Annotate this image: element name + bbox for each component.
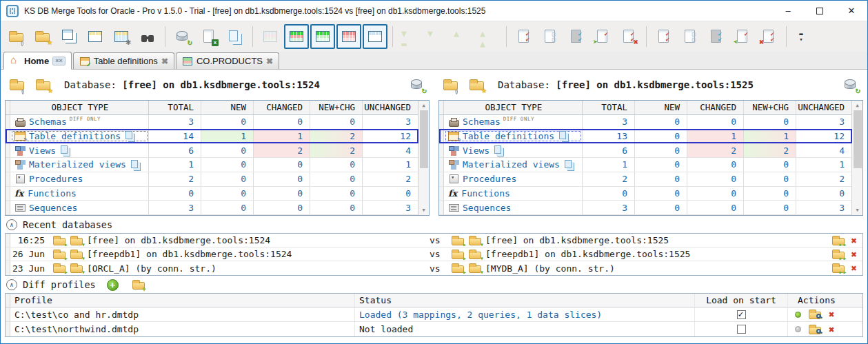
- scripts-icon[interactable]: [125, 131, 134, 141]
- table-list-button[interactable]: [57, 24, 81, 49]
- recent-database-row[interactable]: 16:25▸▾[free] on db1.ksdbmerge.tools:152…: [6, 234, 862, 247]
- remove-profile-icon[interactable]: ✖: [829, 325, 834, 334]
- check-filtered-left-button[interactable]: ✔ ✔: [564, 24, 589, 49]
- scroll-thumb[interactable]: [420, 110, 428, 168]
- close-tab-icon[interactable]: ✖: [161, 57, 168, 66]
- open-right-database-new-window-icon[interactable]: ▾: [467, 248, 483, 261]
- remove-recent-icon[interactable]: ✖: [851, 250, 857, 259]
- maximize-button[interactable]: [804, 1, 836, 21]
- remove-profile-icon[interactable]: ✖: [829, 310, 834, 319]
- open-right-database-new-window-icon[interactable]: ▾: [467, 262, 483, 274]
- search-binoculars-button[interactable]: [135, 24, 160, 49]
- object-row-materialized-views[interactable]: Materialized views10001: [439, 158, 851, 172]
- object-row-functions[interactable]: fxFunctions00000: [439, 187, 851, 201]
- close-all-tabs-icon[interactable]: ××: [52, 57, 65, 65]
- column-header-object-type[interactable]: OBJECT TYPE: [444, 101, 583, 114]
- open-recent-database-button[interactable]: ★: [32, 74, 54, 95]
- status-column-header[interactable]: Status: [355, 294, 695, 307]
- object-row-table-definitions[interactable]: Table definitions1411212: [6, 130, 418, 144]
- recent-database-row[interactable]: 23 Jun▸▾[ORCL_A] (by conn. str.)vs▸▾[MYD…: [6, 261, 862, 275]
- open-left-database-new-window-icon[interactable]: ▾: [69, 248, 84, 261]
- collapse-recent-icon[interactable]: ∧: [6, 219, 17, 230]
- open-right-database-icon[interactable]: ▸: [450, 262, 465, 274]
- object-row-views[interactable]: Views60224: [439, 143, 851, 158]
- apply-to-left-button[interactable]: ✔➤: [730, 24, 755, 49]
- database-refresh-button[interactable]: ↻: [406, 74, 428, 95]
- open-right-database-new-window-icon[interactable]: ▾: [467, 234, 483, 247]
- object-row-views[interactable]: Views60224: [6, 143, 418, 158]
- apply-to-right-button[interactable]: ✔➤: [590, 24, 615, 49]
- scripts-icon[interactable]: [558, 131, 568, 141]
- select-query-button[interactable]: [83, 24, 108, 49]
- open-both-databases-icon[interactable]: ▸▸: [831, 262, 846, 274]
- uncheck-all-right-button[interactable]: ▢ ▢: [678, 24, 703, 49]
- open-database-button[interactable]: [6, 74, 28, 95]
- scroll-thumb[interactable]: [854, 110, 862, 168]
- open-profile-icon[interactable]: [807, 323, 822, 336]
- database-refresh-button[interactable]: ↻: [840, 74, 862, 95]
- check-all-left-button[interactable]: ✔ ✔: [512, 24, 536, 49]
- column-header-total[interactable]: TOTAL: [583, 101, 635, 114]
- copy-button[interactable]: [223, 24, 248, 49]
- object-row-sequences[interactable]: Sequences30003: [439, 201, 851, 215]
- toolbar-overflow-icon[interactable]: ▬ ▾: [795, 31, 807, 42]
- filter-changed-button[interactable]: [336, 24, 361, 49]
- scripts-icon[interactable]: [60, 145, 70, 155]
- remove-recent-icon[interactable]: ✖: [851, 236, 857, 245]
- open-database-button[interactable]: [440, 74, 462, 95]
- column-header-unchanged[interactable]: UNCHANGED: [796, 101, 851, 114]
- recent-database-row[interactable]: 26 Jun▸▾[freepdb1] on db1.ksdbmerge.tool…: [6, 247, 862, 261]
- scroll-down-icon[interactable]: ▼: [856, 205, 858, 215]
- object-row-sequences[interactable]: Sequences30003: [6, 201, 418, 215]
- object-row-table-definitions[interactable]: Table definitions1301112: [439, 130, 851, 144]
- object-row-schemas[interactable]: SchemasDIFF ONLY30003: [439, 115, 851, 130]
- close-tab-icon[interactable]: ✖: [266, 57, 273, 66]
- scripts-icon[interactable]: [564, 160, 574, 170]
- check-filtered-right-button[interactable]: ✔ ✔: [704, 24, 729, 49]
- load-on-start-checkbox[interactable]: [737, 325, 746, 334]
- profile-column-header[interactable]: Profile: [10, 294, 355, 307]
- scripts-icon[interactable]: [494, 145, 503, 155]
- column-header-changed[interactable]: CHANGED: [254, 101, 310, 114]
- scroll-up-icon[interactable]: ▲: [422, 101, 425, 110]
- open-left-database-icon[interactable]: ▸: [52, 262, 67, 274]
- tab-table-definitions[interactable]: Table definitions✖: [73, 52, 174, 69]
- filter-new-changed-button[interactable]: [284, 24, 309, 49]
- open-both-databases-icon[interactable]: ▸▸: [831, 234, 846, 247]
- open-right-database-icon[interactable]: ▸: [450, 248, 465, 261]
- database-refresh-button[interactable]: ↻: [170, 24, 195, 49]
- column-header-new[interactable]: NEW: [635, 101, 687, 114]
- diff-profile-row[interactable]: C:\test\co and hr.dmtdpLoaded (3 mapping…: [6, 307, 862, 322]
- check-all-right-button[interactable]: ✔ ✔: [652, 24, 676, 49]
- diff-profile-row[interactable]: C:\test\northwind.dmtdpNot loaded✖: [6, 322, 862, 336]
- load-on-start-column-header[interactable]: Load on start: [695, 294, 788, 307]
- actions-column-header[interactable]: Actions: [788, 295, 862, 305]
- column-header-unchanged[interactable]: UNCHANGED: [363, 101, 418, 114]
- load-on-start-checkbox[interactable]: [737, 310, 746, 319]
- open-folder-star-button[interactable]: ★: [30, 24, 55, 49]
- open-both-databases-icon[interactable]: ▸▸: [831, 248, 846, 261]
- column-header-total[interactable]: TOTAL: [149, 101, 201, 114]
- object-row-procedures[interactable]: Procedures20002: [439, 172, 851, 187]
- object-row-materialized-views[interactable]: Materialized views10001: [6, 158, 418, 172]
- table-settings-button[interactable]: ✱: [109, 24, 134, 49]
- add-profile-icon[interactable]: +: [107, 279, 119, 291]
- column-header-new-chg[interactable]: NEW+CHG: [744, 101, 796, 114]
- column-header-object-type[interactable]: OBJECT TYPE: [10, 101, 149, 114]
- vertical-scrollbar[interactable]: ▲▼: [851, 101, 862, 215]
- open-database-button[interactable]: [4, 24, 29, 49]
- filter-new-button[interactable]: [310, 24, 335, 49]
- open-right-database-icon[interactable]: ▸: [450, 234, 465, 247]
- column-header-new[interactable]: NEW: [201, 101, 254, 114]
- open-profile-folder-icon[interactable]: ＋: [131, 279, 146, 291]
- open-left-database-new-window-icon[interactable]: ▾: [69, 262, 84, 274]
- open-left-database-icon[interactable]: ▸: [52, 248, 67, 261]
- scripts-icon[interactable]: [130, 160, 140, 170]
- clear-checks-left-button[interactable]: ✔ ✔✖: [616, 24, 641, 49]
- column-header-new-chg[interactable]: NEW+CHG: [310, 101, 363, 114]
- column-header-changed[interactable]: CHANGED: [687, 101, 744, 114]
- uncheck-all-left-button[interactable]: ▢ ▢: [538, 24, 563, 49]
- tab-home[interactable]: Home××: [3, 52, 72, 70]
- scroll-down-icon[interactable]: ▼: [422, 205, 425, 215]
- object-row-procedures[interactable]: Procedures20002: [6, 172, 418, 187]
